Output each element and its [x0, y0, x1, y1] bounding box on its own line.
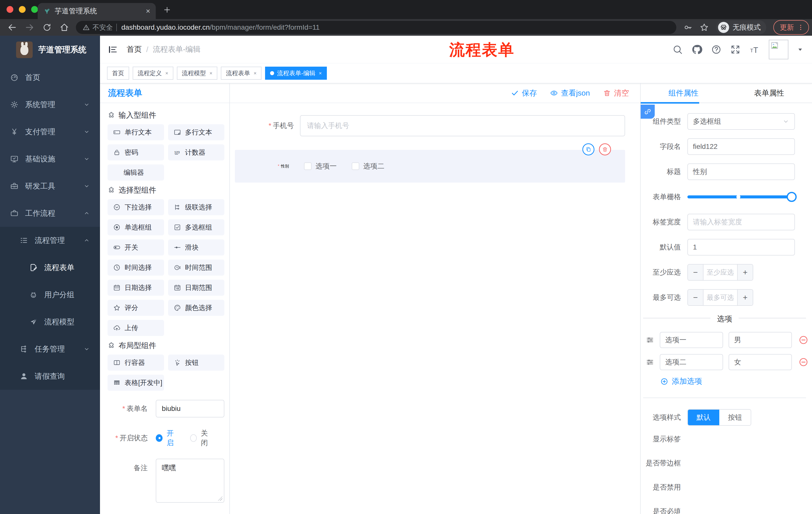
drag-handle-icon[interactable]: [646, 358, 654, 367]
address-bar[interactable]: 不安全 dashboard.yudao.iocoder.cn/bpm/manag…: [76, 21, 676, 34]
data-binding-link-button[interactable]: [641, 105, 655, 119]
default-value-input[interactable]: 1: [687, 239, 795, 255]
update-browser-button[interactable]: 更新: [773, 20, 809, 35]
sidebar-item-任务管理[interactable]: 任务管理: [0, 335, 100, 362]
sidebar-item-工作流程[interactable]: 工作流程: [0, 200, 100, 227]
palette-item-日期选择[interactable]: 日期选择: [108, 280, 164, 296]
palette-item-滑块[interactable]: 滑块: [168, 239, 225, 255]
palette-item-单选框组[interactable]: 单选框组: [108, 219, 164, 235]
option-label-input[interactable]: 选项二: [660, 354, 723, 370]
palette-item-单行文本[interactable]: 单行文本: [108, 124, 164, 140]
sidebar-item-支付管理[interactable]: 支付管理: [0, 118, 100, 145]
palette-item-级联选择[interactable]: 级联选择: [168, 199, 225, 215]
resize-grip-icon[interactable]: [218, 496, 222, 501]
checkbox-icon[interactable]: [304, 162, 312, 170]
palette-item-时间范围[interactable]: 时间范围: [168, 260, 225, 276]
phone-field-input[interactable]: 请输入手机号: [300, 115, 625, 136]
gender-option-2[interactable]: 选项二: [352, 161, 384, 171]
reload-icon[interactable]: [42, 23, 52, 32]
traffic-lights[interactable]: [6, 6, 38, 13]
palette-item-多行文本[interactable]: 多行文本: [168, 124, 225, 140]
delete-field-button[interactable]: [599, 143, 611, 155]
slider-handle[interactable]: [787, 192, 797, 202]
form-name-input[interactable]: biubiu: [156, 400, 224, 417]
close-tag-icon[interactable]: ×: [165, 71, 168, 76]
zoom-window-button[interactable]: [31, 6, 38, 13]
add-option-button[interactable]: 添加选项: [660, 376, 812, 386]
avatar-caret-down-icon[interactable]: [797, 46, 804, 53]
form-remark-textarea[interactable]: 嘿嘿: [156, 459, 224, 503]
decrease-button[interactable]: −: [688, 265, 703, 280]
清空-button[interactable]: 清空: [603, 88, 629, 98]
tag-流程模型[interactable]: 流程模型×: [177, 66, 218, 80]
font-size-icon[interactable]: TT: [749, 44, 760, 55]
palette-item-下拉选择[interactable]: 下拉选择: [108, 199, 164, 215]
user-avatar[interactable]: [769, 40, 788, 59]
palette-item-评分[interactable]: 评分: [108, 300, 164, 316]
component-type-select[interactable]: 多选框组: [687, 113, 795, 130]
label-width-input[interactable]: 请输入标签宽度: [687, 214, 795, 231]
palette-item-计数器[interactable]: 123计数器: [168, 144, 225, 160]
gender-option-1[interactable]: 选项一: [304, 161, 337, 171]
sidebar-item-首页[interactable]: 首页: [0, 64, 100, 91]
sidebar-item-基础设施[interactable]: 基础设施: [0, 145, 100, 172]
status-radio-closed[interactable]: 关闭: [190, 429, 213, 448]
remove-option-icon[interactable]: [799, 335, 809, 345]
palette-item-日期范围[interactable]: 日期范围: [168, 280, 225, 296]
sidebar-item-流程管理[interactable]: 流程管理: [0, 227, 100, 254]
grid-slider[interactable]: [687, 189, 795, 205]
close-tab-icon[interactable]: ×: [146, 7, 150, 15]
browser-tab[interactable]: 芋道管理系统 ×: [38, 3, 156, 19]
max-select-stepper[interactable]: − 最多可选 +: [687, 289, 753, 306]
close-window-button[interactable]: [6, 6, 13, 13]
sidebar-item-流程表单[interactable]: 流程表单: [0, 254, 100, 281]
option-value-input[interactable]: 女: [729, 354, 792, 370]
palette-item-表格[开发中][interactable]: 表格[开发中]: [108, 375, 164, 391]
drag-handle-icon[interactable]: [646, 336, 654, 344]
search-icon[interactable]: [672, 44, 683, 55]
forward-icon[interactable]: [25, 22, 35, 32]
sidebar-item-请假查询[interactable]: 请假查询: [0, 362, 100, 390]
password-key-icon[interactable]: [684, 23, 692, 32]
palette-item-开关[interactable]: 开关: [108, 239, 164, 255]
sidebar-item-流程模型[interactable]: 流程模型: [0, 308, 100, 335]
close-tag-icon[interactable]: ×: [209, 71, 212, 76]
tag-流程表单-编辑[interactable]: 流程表单-编辑×: [265, 66, 327, 80]
tab-form-props[interactable]: 表单属性: [726, 83, 812, 103]
sidebar-item-研发工具[interactable]: 研发工具: [0, 172, 100, 200]
canvas-field-phone[interactable]: *手机号 请输入手机号: [255, 115, 625, 136]
sidebar-item-用户分组[interactable]: 用户分组: [0, 281, 100, 308]
palette-item-密码[interactable]: 密码: [108, 144, 164, 160]
option-value-input[interactable]: 男: [729, 332, 792, 348]
查看json-button[interactable]: 查看json: [550, 88, 590, 98]
min-select-stepper[interactable]: − 至少应选 +: [687, 264, 753, 281]
back-icon[interactable]: [7, 22, 17, 32]
status-radio-open[interactable]: 开启: [156, 429, 179, 448]
tag-首页[interactable]: 首页: [107, 66, 129, 80]
decrease-button[interactable]: −: [688, 290, 703, 305]
tag-流程定义[interactable]: 流程定义×: [133, 66, 173, 80]
palette-item-颜色选择[interactable]: 颜色选择: [168, 300, 225, 316]
sidebar-logo[interactable]: 芋道管理系统: [0, 36, 100, 64]
fullscreen-icon[interactable]: [730, 44, 741, 55]
github-icon[interactable]: [691, 44, 702, 55]
sidebar-item-系统管理[interactable]: 系统管理: [0, 91, 100, 118]
home-icon[interactable]: [59, 22, 69, 32]
minimize-window-button[interactable]: [19, 6, 26, 13]
title-input[interactable]: 性别: [687, 163, 795, 180]
palette-item-按钮[interactable]: 按钮: [168, 355, 225, 371]
close-tag-icon[interactable]: ×: [319, 71, 322, 76]
segment-button[interactable]: 按钮: [719, 410, 751, 425]
palette-item-时间选择[interactable]: 时间选择: [108, 260, 164, 276]
tab-component-props[interactable]: 组件属性: [641, 83, 726, 103]
checkbox-icon[interactable]: [352, 162, 359, 170]
segment-default[interactable]: 默认: [688, 410, 719, 425]
palette-item-行容器[interactable]: 行容器: [108, 355, 164, 371]
increase-button[interactable]: +: [737, 265, 753, 280]
close-tag-icon[interactable]: ×: [254, 71, 257, 76]
bookmark-star-icon[interactable]: [699, 23, 709, 32]
remove-option-icon[interactable]: [799, 357, 809, 367]
tag-流程表单[interactable]: 流程表单×: [221, 66, 262, 80]
palette-item-编辑器[interactable]: 编辑器: [108, 164, 164, 181]
palette-item-多选框组[interactable]: 多选框组: [168, 219, 225, 235]
